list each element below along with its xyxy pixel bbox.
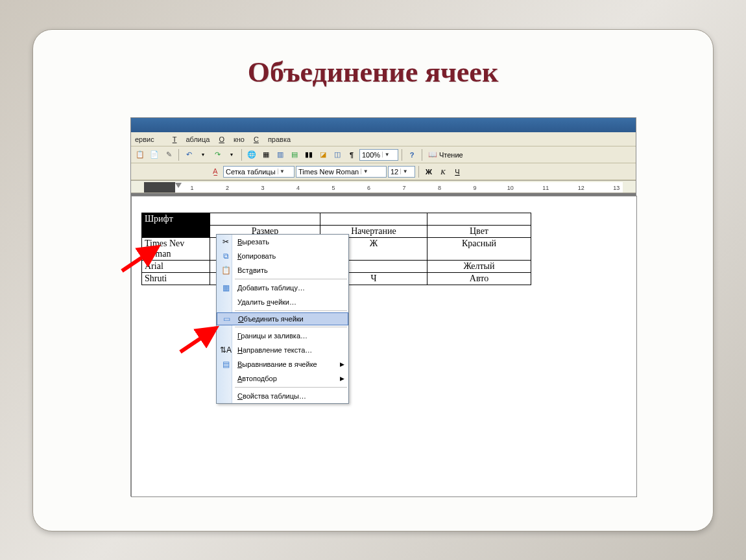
merge-cells-icon: ▭: [220, 314, 233, 323]
bold-button[interactable]: Ж: [422, 165, 435, 178]
font-aa-icon[interactable]: A̲: [209, 165, 222, 178]
zoom-dropdown[interactable]: 100% ▼: [359, 149, 398, 161]
fontsize-value: 12: [391, 168, 398, 176]
undo-icon[interactable]: ↶: [182, 148, 195, 161]
table-cell[interactable]: Авто: [427, 273, 531, 285]
format-painter-icon[interactable]: ✎: [162, 148, 175, 161]
chevron-down-icon: ▼: [400, 169, 409, 174]
document-area[interactable]: Шрифт Размер Начертание Цвет Times NevRo…: [131, 196, 636, 496]
font-dropdown[interactable]: Times New Roman ▼: [296, 166, 387, 178]
cell-selected[interactable]: [142, 226, 210, 238]
tables-borders-icon[interactable]: ▦: [259, 148, 272, 161]
pilcrow-icon[interactable]: ¶: [345, 148, 358, 161]
scissors-icon: ✂: [219, 237, 232, 246]
style-dropdown[interactable]: Сетка таблицы ▼: [223, 166, 295, 178]
zoom-value: 100%: [362, 151, 380, 159]
drawing-icon[interactable]: ◪: [317, 148, 330, 161]
menu-autofit[interactable]: Автоподбор ▶: [217, 371, 348, 386]
menu-table-properties[interactable]: Свойства таблицы…: [217, 389, 348, 403]
ruler-margin-left: [144, 182, 175, 193]
ruler-tick: 3: [246, 185, 280, 191]
hyperlink-icon[interactable]: 🌐: [245, 148, 258, 161]
chevron-down-icon: ▼: [361, 169, 370, 174]
ruler-tick: 9: [458, 185, 492, 191]
table-icon: ▦: [219, 283, 232, 292]
copy-icon: ⧉: [219, 251, 232, 261]
menu-borders[interactable]: Границы и заливка…: [217, 329, 348, 343]
svg-line-2: [122, 247, 158, 271]
slide-frame: Объединение ячеек ервис Таблица Окно Спр…: [32, 29, 714, 531]
svg-line-4: [180, 328, 216, 352]
redo-dropdown-icon[interactable]: ▼: [225, 148, 238, 161]
menu-cut[interactable]: ✂ Вырезать: [217, 235, 348, 249]
menu-delete-cells[interactable]: Удалить ячейки…: [217, 295, 348, 309]
book-icon: 📖: [428, 150, 437, 159]
ruler-tick: 8: [423, 185, 457, 191]
menu-copy[interactable]: ⧉ Копировать: [217, 249, 348, 263]
menu-paste[interactable]: 📋 Вставить: [217, 263, 348, 277]
svg-marker-0: [175, 183, 182, 188]
underline-button[interactable]: Ч: [451, 165, 464, 178]
paste-icon: 📋: [219, 266, 232, 275]
insert-table-icon[interactable]: ▥: [274, 148, 287, 161]
ruler-tick: 2: [211, 185, 245, 191]
table-cell[interactable]: [427, 213, 531, 226]
ruler-tick: 7: [387, 185, 421, 191]
font-value: Times New Roman: [298, 168, 359, 176]
chevron-down-icon: ▼: [278, 169, 287, 174]
menu-table[interactable]: Таблица: [173, 135, 210, 143]
undo-dropdown-icon[interactable]: ▼: [197, 148, 210, 161]
italic-button[interactable]: К: [437, 165, 450, 178]
copy-icon[interactable]: 📋: [134, 148, 147, 161]
standard-toolbar: 📋 📄 ✎ ↶ ▼ ↷ ▼ 🌐 ▦ ▥ ▤ ▮▮ ◪ ◫ ¶ 100% ▼ ?: [131, 146, 636, 163]
table-cell[interactable]: Shruti: [142, 273, 210, 285]
indent-marker-icon[interactable]: [175, 183, 182, 188]
table-cell[interactable]: [320, 213, 427, 226]
menubar: ервис Таблица Окно Справка: [131, 132, 636, 146]
ruler-tick: 5: [317, 185, 350, 191]
annotation-arrow-2: [177, 323, 229, 355]
ruler-tick: 6: [352, 185, 386, 191]
menu-service[interactable]: ервис: [135, 135, 163, 143]
submenu-arrow-icon: ▶: [340, 361, 344, 368]
cell-selected[interactable]: Шрифт: [142, 213, 210, 226]
submenu-arrow-icon: ▶: [340, 375, 344, 382]
fontsize-dropdown[interactable]: 12 ▼: [388, 166, 415, 178]
columns-icon[interactable]: ▮▮: [302, 148, 315, 161]
ruler-tick: 4: [282, 185, 315, 191]
help-icon[interactable]: ?: [405, 148, 418, 161]
formatting-toolbar: A̲ Сетка таблицы ▼ Times New Roman ▼ 12 …: [131, 163, 636, 180]
paste-icon[interactable]: 📄: [148, 148, 161, 161]
context-menu: ✂ Вырезать ⧉ Копировать 📋 Вставить ▦ Д: [216, 234, 349, 404]
table-cell[interactable]: Цвет: [427, 226, 531, 238]
reading-mode-button[interactable]: 📖 Чтение: [426, 150, 466, 159]
horizontal-ruler[interactable]: 1 2 3 4 5 6 7 8 9 10 11 12 13: [131, 180, 636, 193]
slide-title: Объединение ячеек: [33, 56, 713, 89]
menu-cell-alignment[interactable]: ▤ Выравнивание в ячейке ▶: [217, 357, 348, 371]
style-value: Сетка таблицы: [226, 168, 276, 176]
ruler-tick: 10: [494, 185, 527, 191]
table-cell[interactable]: Желтый: [427, 261, 531, 273]
titlebar: [131, 118, 636, 132]
ruler-tick: 12: [564, 185, 598, 191]
annotation-arrow-1: [119, 242, 171, 274]
table-cell[interactable]: [210, 213, 320, 226]
menu-merge-cells[interactable]: ▭ Объединить ячейки: [217, 312, 348, 325]
chevron-down-icon: ▼: [382, 152, 391, 158]
ruler-tick: 13: [599, 185, 633, 191]
alignment-icon: ▤: [219, 360, 232, 369]
page: Шрифт Размер Начертание Цвет Times NevRo…: [131, 196, 637, 497]
menu-window[interactable]: Окно: [219, 135, 245, 143]
ruler-tick: 11: [529, 185, 562, 191]
redo-icon[interactable]: ↷: [211, 148, 224, 161]
menu-text-direction[interactable]: ⇅A Направление текста…: [217, 343, 348, 357]
excel-icon[interactable]: ▤: [288, 148, 301, 161]
menu-help[interactable]: Справка: [254, 135, 291, 143]
table-cell[interactable]: Красный: [427, 238, 531, 261]
docmap-icon[interactable]: ◫: [331, 148, 344, 161]
word-app-window: ервис Таблица Окно Справка 📋 📄 ✎ ↶ ▼ ↷ ▼…: [130, 117, 636, 496]
menu-insert-table[interactable]: ▦ Добавить таблицу…: [217, 281, 348, 295]
